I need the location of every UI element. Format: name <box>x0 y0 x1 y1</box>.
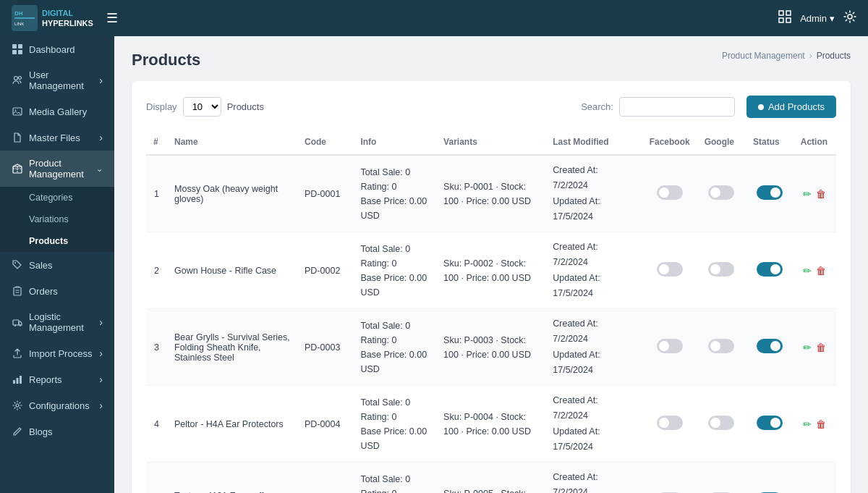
clipboard-icon <box>12 285 23 297</box>
sidebar-item-sales[interactable]: Sales <box>0 252 114 278</box>
cell-code: PD-0003 <box>297 309 353 386</box>
navbar-left: DH LINK DIGITALHYPERLINKS ☰ <box>12 5 121 31</box>
cell-google[interactable] <box>697 386 746 463</box>
google-toggle[interactable] <box>708 262 734 277</box>
add-btn-label: Add Products <box>768 101 825 112</box>
cell-variants: Sku: P-0001 · Stock: 100 · Price: 0.00 U… <box>436 155 545 232</box>
cell-num: 1 <box>146 155 167 232</box>
action-buttons: ✏ 🗑 <box>801 188 829 200</box>
svg-rect-18 <box>14 287 21 295</box>
bar-chart-icon <box>12 374 23 385</box>
action-buttons: ✏ 🗑 <box>801 418 829 430</box>
sidebar-item-categories[interactable]: Categories <box>0 187 114 208</box>
sidebar-item-variations[interactable]: Variations <box>0 208 114 230</box>
sidebar-item-user-management[interactable]: User Management <box>0 62 114 98</box>
cell-name: Bear Grylls - Survival Series, Folding S… <box>167 309 297 386</box>
edit-button[interactable]: ✏ <box>803 342 812 353</box>
cell-lastmod: Created At: 7/2/2024Updated At: 17/5/202… <box>545 155 642 232</box>
tag-icon <box>12 259 23 271</box>
search-input[interactable] <box>619 97 735 117</box>
sidebar-item-import-process[interactable]: Import Process <box>0 340 114 366</box>
cell-google[interactable] <box>697 463 746 494</box>
facebook-toggle[interactable] <box>657 339 683 353</box>
edit-button[interactable]: ✏ <box>803 265 812 277</box>
google-toggle[interactable] <box>708 339 734 353</box>
cell-status[interactable] <box>746 155 793 232</box>
cell-google[interactable] <box>697 309 746 386</box>
navbar-right: Admin ▾ <box>778 10 856 26</box>
sidebar-item-label: Orders <box>29 286 58 297</box>
cell-facebook[interactable] <box>642 232 697 309</box>
delete-button[interactable]: 🗑 <box>816 342 826 353</box>
hamburger-button[interactable]: ☰ <box>103 7 121 29</box>
status-toggle[interactable] <box>757 262 783 277</box>
logo: DH LINK DIGITALHYPERLINKS <box>12 5 93 31</box>
sidebar-item-orders[interactable]: Orders <box>0 278 114 304</box>
cell-action: ✏ 🗑 <box>793 309 836 386</box>
delete-button[interactable]: 🗑 <box>816 188 826 200</box>
sidebar-item-label: Reports <box>29 374 62 385</box>
delete-button[interactable]: 🗑 <box>816 418 826 430</box>
google-toggle[interactable] <box>708 416 734 430</box>
cell-status[interactable] <box>746 386 793 463</box>
admin-button[interactable]: Admin ▾ <box>800 13 835 24</box>
edit-button[interactable]: ✏ <box>803 188 812 200</box>
gear-icon <box>843 10 856 23</box>
sidebar-item-dashboard[interactable]: Dashboard <box>0 36 114 62</box>
cell-variants: Sku: P-0004 · Stock: 100 · Price: 0.00 U… <box>436 386 545 463</box>
cell-status[interactable] <box>746 463 793 494</box>
sidebar-item-logistic-management[interactable]: Logistic Management <box>0 304 114 340</box>
sidebar-item-master-files[interactable]: Master Files <box>0 125 114 151</box>
edit-button[interactable]: ✏ <box>803 418 812 430</box>
facebook-toggle[interactable] <box>657 416 683 430</box>
logo-icon: DH LINK <box>12 5 38 31</box>
table-head: # Name Code Info Variants Last Modified … <box>146 130 836 155</box>
settings-icon <box>12 400 23 411</box>
col-header-num: # <box>146 130 167 155</box>
cell-facebook[interactable] <box>642 386 697 463</box>
sidebar-item-label: Configurations <box>29 400 90 411</box>
cell-facebook[interactable] <box>642 463 697 494</box>
logo-text: DIGITALHYPERLINKS <box>42 8 93 29</box>
cell-facebook[interactable] <box>642 309 697 386</box>
sidebar-item-reports[interactable]: Reports <box>0 366 114 392</box>
breadcrumb: Product Management › Products <box>722 51 851 61</box>
cell-action: ✏ 🗑 <box>793 386 836 463</box>
google-toggle[interactable] <box>708 185 734 200</box>
breadcrumb-parent: Product Management <box>722 51 805 61</box>
truck-icon <box>12 316 23 328</box>
status-toggle[interactable] <box>757 416 783 430</box>
cell-status[interactable] <box>746 309 793 386</box>
col-header-info: Info <box>353 130 436 155</box>
admin-label: Admin <box>800 13 827 24</box>
cell-google[interactable] <box>697 155 746 232</box>
settings-button[interactable] <box>843 10 856 26</box>
status-toggle[interactable] <box>757 185 783 200</box>
add-products-button[interactable]: Add Products <box>746 96 836 118</box>
sidebar-item-configurations[interactable]: Configurations <box>0 392 114 418</box>
table-row: 1 Mossy Oak (heavy weight gloves) PD-000… <box>146 155 836 232</box>
search-area: Search: <box>581 97 735 117</box>
page-title: Products <box>132 51 200 69</box>
cell-code: PD-0005 <box>297 463 353 494</box>
product-management-submenu: Categories Variations Products <box>0 187 114 252</box>
expand-button[interactable] <box>778 10 791 26</box>
sidebar-item-media-gallery[interactable]: Media Gallery <box>0 98 114 125</box>
cell-name: Peltor - H4A Ear Protectors <box>167 386 297 463</box>
sidebar-item-products[interactable]: Products <box>0 230 114 252</box>
sidebar-item-blogs[interactable]: Blogs <box>0 418 114 444</box>
cell-num: 2 <box>146 232 167 309</box>
display-select[interactable]: 10 25 50 <box>183 97 221 117</box>
svg-text:LINK: LINK <box>14 22 24 26</box>
status-toggle[interactable] <box>757 339 783 353</box>
facebook-toggle[interactable] <box>657 262 683 277</box>
cell-facebook[interactable] <box>642 155 697 232</box>
sidebar-item-label: Logistic Management <box>29 311 93 333</box>
delete-button[interactable]: 🗑 <box>816 265 826 277</box>
sidebar-item-product-management[interactable]: Product Management <box>0 151 114 187</box>
sidebar-item-label: User Management <box>29 69 93 91</box>
cell-status[interactable] <box>746 232 793 309</box>
cell-info: Total Sale: 0Rating: 0Base Price: 0.00 U… <box>353 386 436 463</box>
cell-google[interactable] <box>697 232 746 309</box>
facebook-toggle[interactable] <box>657 185 683 200</box>
